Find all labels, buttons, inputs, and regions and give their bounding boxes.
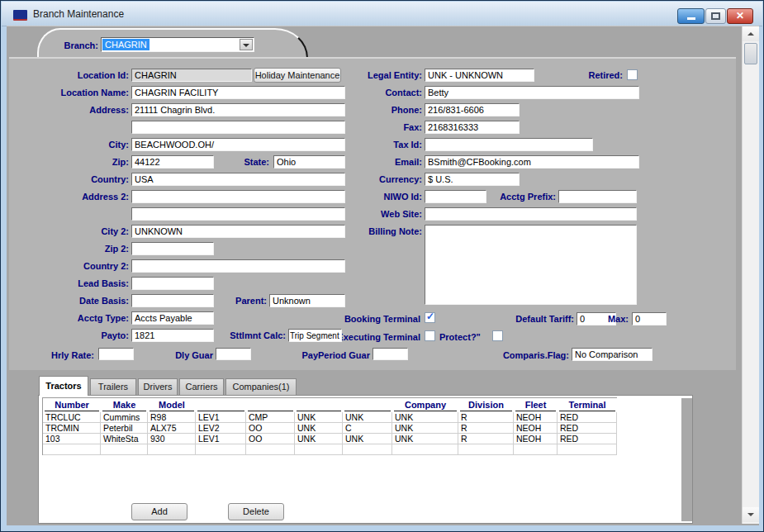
grid-scrollbar[interactable]: [681, 398, 692, 521]
contact-field[interactable]: [425, 86, 639, 99]
close-icon[interactable]: ✕: [727, 8, 753, 24]
col-header-model[interactable]: Model: [149, 399, 194, 411]
maximize-button[interactable]: [705, 8, 726, 24]
chevron-down-icon[interactable]: [240, 39, 253, 50]
max-field[interactable]: [632, 312, 667, 325]
title-bar[interactable]: Branch Maintenance ✕: [2, 2, 762, 26]
scrollbar-thumb[interactable]: [744, 43, 757, 64]
table-row[interactable]: 103 WhiteSta 930 LEV1 OO UNK UNK UNK R N…: [43, 434, 617, 444]
branch-selected-value: CHAGRIN: [102, 39, 149, 50]
web-site-field[interactable]: [425, 207, 637, 221]
cell: UNK: [343, 412, 392, 423]
acctg-type-field[interactable]: [131, 311, 214, 325]
table-row[interactable]: TRCLUC Cummins R98 LEV1 CMP UNK UNK UNK …: [43, 412, 617, 423]
col-header-blank2[interactable]: [248, 399, 293, 411]
payto-label: Payto:: [17, 330, 129, 341]
retired-checkbox[interactable]: [627, 69, 638, 80]
cell: UNK: [295, 412, 343, 423]
date-basis-label: Date Basis:: [17, 296, 129, 306]
zip2-label: Zip 2:: [17, 244, 129, 254]
scrollbar-down-icon[interactable]: [743, 507, 759, 522]
col-header-blank1[interactable]: [197, 399, 244, 411]
booking-terminal-checkbox[interactable]: [425, 312, 435, 323]
col-header-company[interactable]: Company: [394, 399, 457, 411]
acctg-prefix-field[interactable]: [558, 190, 637, 203]
cell: LEV1: [196, 412, 246, 423]
city-field[interactable]: [131, 138, 345, 151]
tab-drivers[interactable]: Drivers: [138, 378, 178, 396]
cell: TRCMIN: [43, 423, 101, 434]
parent-field[interactable]: [269, 294, 345, 307]
tax-id-field[interactable]: [425, 138, 593, 151]
tab-trailers[interactable]: Trailers: [90, 378, 136, 396]
address-label: Address:: [17, 105, 129, 116]
niwo-id-field[interactable]: [425, 190, 486, 203]
cell: R: [458, 434, 514, 444]
location-id-label: Location Id:: [17, 70, 129, 81]
col-header-terminal[interactable]: Terminal: [559, 399, 615, 411]
phone-field[interactable]: [425, 103, 520, 116]
dly-guar-field[interactable]: [216, 348, 251, 360]
col-header-number[interactable]: Number: [45, 399, 99, 411]
table-row-empty[interactable]: [43, 444, 617, 455]
zip-field[interactable]: [131, 155, 214, 169]
col-header-blank3[interactable]: [297, 399, 341, 411]
cell: UNK: [392, 423, 458, 434]
cell: R: [458, 423, 514, 434]
window-scrollbar[interactable]: [742, 26, 759, 524]
country-field[interactable]: [131, 173, 345, 186]
comparis-flag-field[interactable]: [572, 348, 652, 361]
col-header-make[interactable]: Make: [102, 399, 146, 411]
contact-label: Contact:: [348, 88, 422, 98]
tractors-grid: Number Make Model Company Division Fleet…: [42, 397, 617, 455]
email-label: Email:: [348, 157, 422, 168]
legal-entity-field[interactable]: [425, 69, 534, 82]
cell: CMP: [246, 412, 295, 423]
table-row[interactable]: TRCMIN Peterbil ALX75 LEV2 OO UNK C UNK …: [43, 423, 617, 434]
cell: C: [343, 423, 392, 434]
max-label: Max:: [592, 314, 629, 325]
city2-field[interactable]: [131, 225, 345, 238]
delete-button[interactable]: Delete: [228, 503, 284, 520]
col-header-blank4[interactable]: [344, 399, 391, 411]
sttlmnt-calc-field[interactable]: [288, 329, 342, 342]
payperiod-guar-label: PayPeriod Guar: [271, 350, 370, 361]
branch-combobox[interactable]: CHAGRIN: [101, 37, 254, 52]
executing-terminal-checkbox[interactable]: [425, 330, 435, 341]
hrly-rate-field[interactable]: [98, 348, 134, 360]
add-button[interactable]: Add: [131, 503, 187, 520]
scrollbar-up-icon[interactable]: [743, 26, 759, 41]
cell: 103: [43, 434, 101, 444]
state-field[interactable]: [273, 155, 345, 169]
address-line2-field[interactable]: [131, 121, 345, 134]
country2-field[interactable]: [131, 259, 345, 273]
address2-line1-field[interactable]: [131, 190, 345, 203]
tab-companies[interactable]: Companies(1): [225, 378, 297, 396]
protect-checkbox[interactable]: [492, 330, 503, 341]
tab-carriers[interactable]: Carriers: [179, 378, 224, 396]
tab-tractors[interactable]: Tractors: [39, 376, 88, 396]
dly-guar-label: Dly Guar: [147, 350, 213, 361]
legal-entity-label: Legal Entity:: [348, 70, 422, 81]
cell: UNK: [392, 434, 458, 444]
minimize-button[interactable]: [677, 8, 705, 24]
sttlmnt-calc-label: Sttlmnt Calc:: [195, 330, 286, 341]
col-header-fleet[interactable]: Fleet: [515, 399, 556, 411]
cell: Peterbil: [101, 423, 148, 434]
zip2-field[interactable]: [131, 242, 214, 255]
city-label: City:: [17, 140, 129, 150]
fax-field[interactable]: [425, 121, 520, 134]
city2-label: City 2:: [17, 226, 129, 237]
acctg-prefix-label: Acctg Prefix:: [490, 192, 556, 202]
payperiod-guar-field[interactable]: [373, 348, 408, 360]
location-name-field[interactable]: [131, 86, 345, 99]
holiday-maintenance-button[interactable]: Holiday Maintenance: [254, 68, 341, 83]
col-header-division[interactable]: Division: [460, 399, 512, 411]
lead-basis-field[interactable]: [131, 277, 214, 290]
billing-note-textarea[interactable]: [425, 225, 637, 305]
cell: UNK: [295, 423, 343, 434]
address-line1-field[interactable]: [131, 103, 345, 116]
currency-field[interactable]: [425, 173, 520, 186]
address2-line2-field[interactable]: [131, 207, 345, 221]
email-field[interactable]: [425, 155, 639, 169]
